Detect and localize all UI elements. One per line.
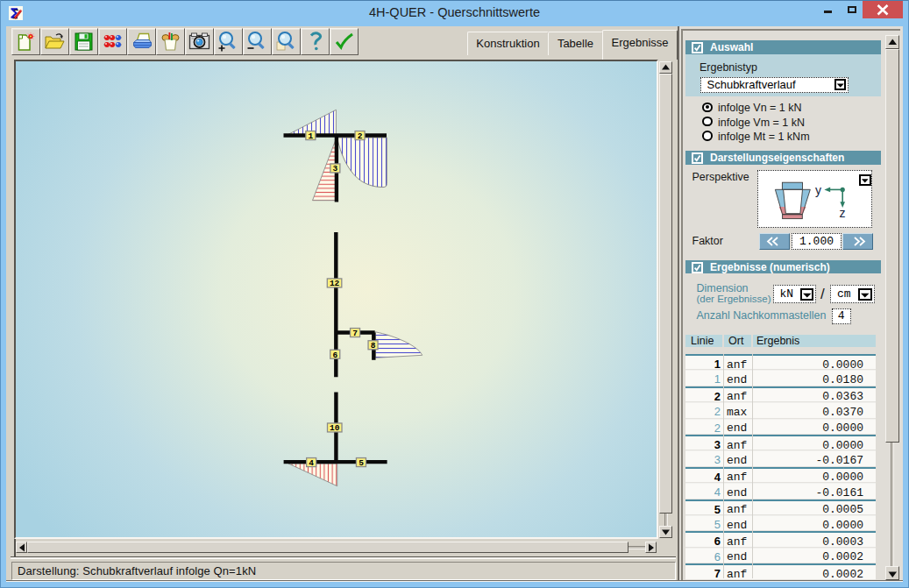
svg-text:z: z [840, 206, 846, 220]
svg-text:y: y [815, 183, 821, 197]
svg-text:2: 2 [358, 131, 363, 141]
svg-text:12: 12 [330, 279, 340, 288]
svg-text:8: 8 [371, 341, 376, 351]
svg-text:10: 10 [330, 423, 340, 433]
svg-text:6: 6 [332, 351, 337, 360]
svg-text:7: 7 [352, 329, 358, 338]
svg-text:1: 1 [309, 131, 314, 141]
svg-text:5: 5 [359, 458, 364, 468]
svg-text:4: 4 [309, 458, 314, 468]
svg-text:3: 3 [333, 164, 338, 174]
